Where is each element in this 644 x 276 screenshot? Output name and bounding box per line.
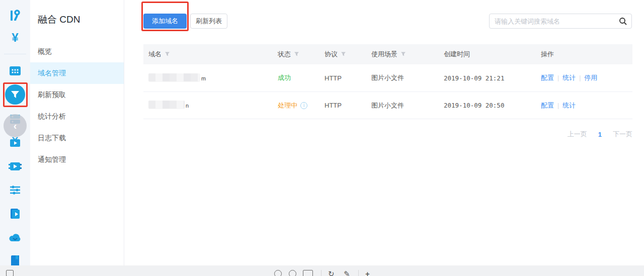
toolbar-divider (358, 270, 359, 276)
cdn-funnel-icon-circle (5, 84, 25, 105)
disable-link[interactable]: 停用 (584, 73, 597, 82)
protocol-cell: HTTP (325, 74, 371, 82)
protocol-cell: HTTP (325, 102, 371, 109)
header-actions: 操作 (541, 50, 632, 59)
action-separator: | (579, 74, 581, 81)
filter-funnel-icon[interactable] (294, 51, 299, 58)
info-icon[interactable]: i (300, 102, 307, 109)
toolbar-divider (321, 270, 321, 276)
sliders-icon[interactable] (0, 183, 30, 197)
status-badge: 成功 (278, 73, 325, 82)
zoom-out-icon[interactable] (274, 270, 282, 276)
prev-page-link[interactable]: 上一页 (568, 130, 587, 139)
statistics-link[interactable]: 统计 (562, 101, 576, 110)
domain-redaction-mosaic (148, 101, 185, 109)
add-icon[interactable]: + (365, 270, 370, 276)
pagination: 上一页 1 下一页 (568, 130, 632, 139)
created-time: 2019-10-09 20:50 (444, 102, 541, 109)
redacted-domain: n (148, 101, 189, 109)
domain-redaction-mosaic (148, 73, 200, 81)
sidebar-item-refresh-prefetch[interactable]: 刷新预取 (30, 84, 124, 106)
current-page-number[interactable]: 1 (598, 131, 602, 138)
zoom-in-icon[interactable] (289, 270, 296, 276)
domain-table: 域名 状态 协议 使用场景 创建时间 操作 (143, 44, 632, 119)
collapse-sidebar-button[interactable]: ‹ (4, 114, 27, 137)
viewer-frame-icon[interactable] (6, 270, 14, 276)
header-domain: 域名 (143, 50, 278, 59)
configure-link[interactable]: 配置 (541, 101, 554, 110)
header-protocol: 协议 (325, 50, 371, 59)
collapse-chevron-icon: ‹ (14, 120, 17, 132)
sidebar: 融合 CDN 概览 域名管理 刷新预取 统计分析 日志下载 通知管理 (30, 0, 124, 265)
rotate-icon[interactable]: ↻ (328, 270, 335, 276)
search-box (489, 14, 632, 29)
sidebar-item-overview[interactable]: 概览 (30, 41, 124, 62)
scene-cell: 图片小文件 (371, 73, 444, 82)
filter-funnel-icon[interactable] (165, 51, 170, 58)
actions-cell: 配置 | 统计 (541, 101, 632, 110)
main-content (124, 0, 644, 265)
rail-divider (4, 54, 26, 54)
video-chip-icon[interactable] (0, 159, 30, 173)
sidebar-item-log-download[interactable]: 日志下载 (30, 127, 124, 149)
fit-width-icon[interactable] (303, 270, 313, 276)
next-page-link[interactable]: 下一页 (613, 130, 632, 139)
header-created: 创建时间 (444, 50, 541, 59)
search-icon[interactable] (614, 17, 631, 25)
add-domain-button[interactable]: 添加域名 (143, 14, 187, 29)
fusion-cdn-console: ¥ ‹ (0, 0, 644, 276)
sidebar-item-notification[interactable]: 通知管理 (30, 149, 124, 170)
actions-cell: 配置 | 统计 | 停用 (541, 73, 632, 82)
sidebar-item-domain-management[interactable]: 域名管理 (30, 62, 124, 84)
grid-keypad-icon[interactable] (0, 64, 30, 78)
table-header-row: 域名 状态 协议 使用场景 创建时间 操作 (143, 44, 632, 64)
table-row: n 处理中 i HTTP 图片小文件 2019-10-09 20:50 配置 |… (143, 92, 632, 119)
cloud-icon[interactable] (0, 231, 30, 245)
currency-yen-icon[interactable]: ¥ (0, 31, 30, 45)
header-status: 状态 (278, 50, 325, 59)
redacted-domain: m (148, 73, 206, 81)
configure-link[interactable]: 配置 (541, 73, 554, 82)
cdn-funnel-icon[interactable] (0, 84, 30, 105)
viewer-toolbar: ↻ ✎ + (0, 265, 644, 276)
product-title: 融合 CDN (38, 13, 80, 26)
domain-cell: n (143, 101, 278, 110)
action-separator: | (557, 102, 559, 109)
action-separator: | (557, 74, 559, 81)
annotate-pencil-icon[interactable]: ✎ (344, 270, 350, 276)
tv-play-icon[interactable] (0, 135, 30, 149)
scene-cell: 图片小文件 (371, 101, 444, 110)
sidebar-item-statistics[interactable]: 统计分析 (30, 106, 124, 127)
statistics-link[interactable]: 统计 (562, 73, 576, 82)
filter-funnel-icon[interactable] (341, 51, 346, 58)
domain-cell: m (143, 73, 278, 83)
refresh-list-button[interactable]: 刷新列表 (190, 14, 227, 29)
doc-play-icon[interactable] (0, 207, 30, 221)
sidebar-menu: 概览 域名管理 刷新预取 统计分析 日志下载 通知管理 (30, 41, 124, 170)
created-time: 2019-10-09 21:21 (444, 74, 541, 82)
header-scene: 使用场景 (371, 50, 444, 59)
filter-funnel-icon[interactable] (400, 51, 406, 58)
status-badge: 处理中 i (278, 101, 325, 110)
table-row: m 成功 HTTP 图片小文件 2019-10-09 21:21 配置 | 统计… (143, 64, 632, 92)
search-input[interactable] (490, 18, 614, 25)
logo-r-icon[interactable] (0, 9, 30, 23)
